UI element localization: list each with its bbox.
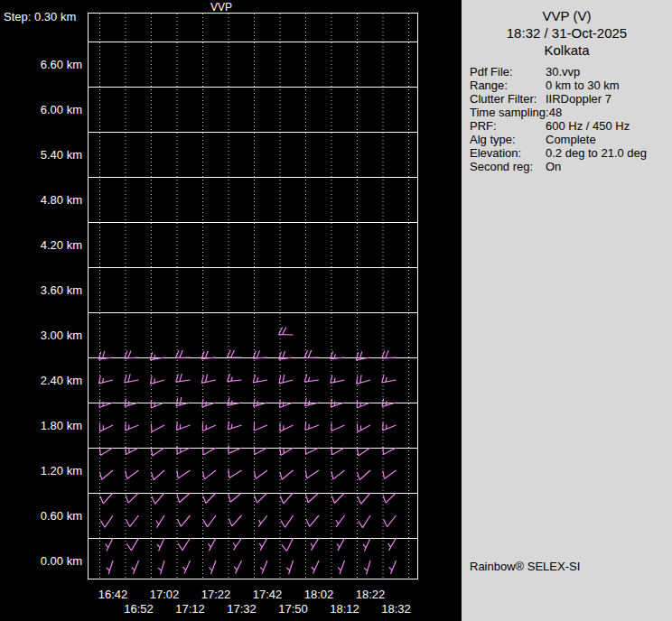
wind-barb: [156, 515, 164, 528]
wind-barb: [125, 374, 139, 382]
wind-barb: [176, 374, 191, 382]
wind-barb: [331, 470, 345, 479]
x-tick-label: 17:02: [150, 588, 180, 601]
wind-barb: [258, 515, 267, 527]
wind-barb: [151, 424, 164, 432]
wind-barb: [228, 422, 241, 430]
y-tick-label: 4.20 km: [41, 238, 82, 252]
param-value: 600 Hz / 450 Hz: [546, 119, 672, 133]
wind-barb: [384, 515, 397, 527]
x-tick-label: 17:22: [201, 588, 231, 601]
wind-barb: [234, 561, 241, 573]
wind-barb: [304, 350, 319, 358]
x-tick-label: 18:32: [381, 602, 411, 616]
wind-barb: [209, 538, 217, 551]
wind-barb: [280, 423, 294, 431]
wind-barb: [305, 422, 319, 431]
wind-barb: [383, 493, 396, 503]
wind-barb: [107, 561, 113, 574]
wind-barb: [331, 493, 344, 504]
wind-barb: [382, 350, 397, 358]
wind-barb: [337, 538, 345, 551]
wind-barb: [280, 493, 293, 504]
wind-barb: [233, 538, 241, 550]
wind-barb: [254, 470, 267, 478]
y-tick-label: 0.60 km: [41, 509, 82, 523]
param-label: Range:: [470, 79, 546, 92]
wind-barb: [125, 399, 138, 407]
wind-barb: [151, 376, 164, 385]
wind-barb: [177, 446, 191, 454]
wind-barb: [357, 375, 370, 384]
wind-barb: [253, 350, 267, 358]
wind-barb: [259, 538, 267, 551]
y-tick-label: 4.80 km: [41, 193, 82, 207]
wind-barb: [176, 350, 191, 358]
y-tick-label: 0.00 km: [41, 554, 82, 568]
wind-barb: [357, 400, 370, 408]
param-value: 0 km to 30 km: [546, 79, 672, 92]
wind-barb: [282, 538, 294, 551]
vvp-chart: VVP Step: 0.30 km 6.60 km 6.00 km 5.40 k…: [0, 0, 462, 621]
y-tick-label: 1.80 km: [41, 419, 82, 432]
wind-barb: [125, 350, 139, 358]
x-tick-label: 17:50: [278, 602, 308, 616]
wind-barb: [126, 470, 139, 478]
wind-barb: [311, 538, 319, 551]
wind-barb: [253, 375, 267, 383]
wind-barb: [356, 351, 370, 359]
wind-barb: [106, 538, 113, 551]
wind-barb: [382, 375, 397, 383]
wind-barb: [357, 424, 370, 432]
wind-barb: [254, 447, 267, 455]
wind-barb: [388, 538, 397, 551]
wind-barb: [202, 470, 216, 479]
wind-barb: [126, 447, 139, 455]
param-list: Pdf File:30.vvp Range:0 km to 30 km Clut…: [470, 65, 672, 173]
wind-barb: [177, 493, 191, 503]
param-value: 30.vvp: [546, 65, 672, 79]
param-label: Alg type:: [470, 133, 546, 146]
wind-barb: [358, 470, 371, 480]
param-row-second-reg: Second reg:On: [470, 160, 672, 173]
wind-barb: [177, 470, 191, 478]
wind-barb: [126, 538, 138, 551]
wind-barb: [305, 398, 320, 406]
wind-barb: [359, 515, 370, 528]
wind-barb: [126, 515, 139, 527]
wind-barb: [306, 446, 320, 454]
wind-barb: [203, 493, 216, 504]
param-row-prf: PRF:600 Hz / 450 Hz: [470, 119, 672, 133]
wind-barb: [151, 400, 164, 408]
wind-barb: [228, 350, 242, 357]
wind-barb: [132, 561, 139, 574]
wind-barb: [389, 561, 397, 574]
wind-barb: [99, 375, 114, 384]
step-label: Step: 0.30 km: [4, 10, 76, 23]
wind-barb: [228, 374, 242, 382]
x-tick-label: 18:02: [304, 588, 334, 601]
y-tick-label: 1.20 km: [41, 464, 82, 477]
wind-barb: [305, 470, 319, 478]
y-tick-label: 3.00 km: [41, 329, 82, 342]
wind-barb: [279, 327, 294, 335]
wind-barb: [182, 561, 190, 574]
vvp-window: VVP Step: 0.30 km 6.60 km 6.00 km 5.40 k…: [0, 0, 672, 621]
wind-barb: [254, 399, 267, 407]
param-row-pdf-file: Pdf File:30.vvp: [470, 65, 672, 79]
wind-barb: [126, 493, 138, 503]
wind-barb: [203, 515, 216, 527]
wind-barb: [336, 515, 344, 527]
panel-site: Kolkata: [462, 42, 672, 59]
wind-barb: [331, 375, 345, 384]
param-label: Elevation:: [470, 146, 546, 160]
wind-barb: [357, 448, 370, 456]
chart-title: VVP: [210, 1, 232, 14]
wind-barb: [202, 423, 216, 431]
wind-barb: [312, 561, 319, 574]
param-value: 0.2 deg to 21.0 deg: [546, 146, 672, 160]
wind-barb: [150, 352, 164, 360]
param-row-alg-type: Alg type:Complete: [470, 133, 672, 146]
wind-barb: [229, 515, 241, 526]
wind-barb: [209, 561, 216, 574]
